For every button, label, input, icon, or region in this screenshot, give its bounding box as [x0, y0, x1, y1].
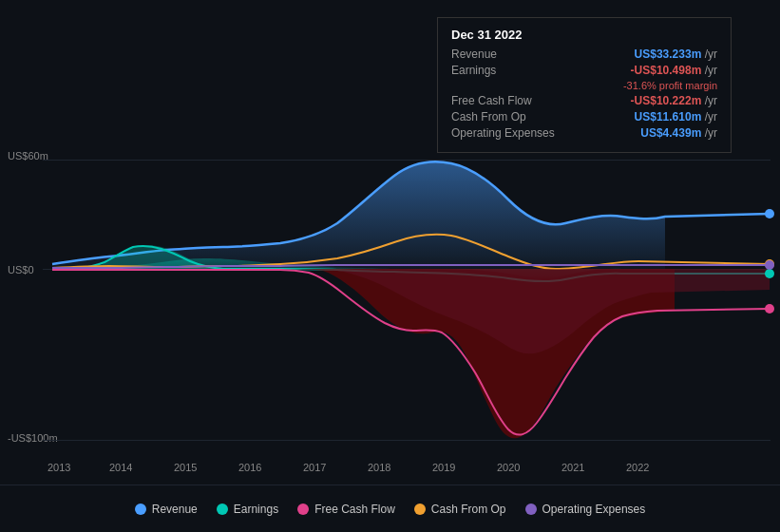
opexp-end-dot	[765, 260, 774, 270]
tooltip-box: Dec 31 2022 Revenue US$33.233m /yr Earni…	[437, 17, 732, 153]
revenue-value: US$33.233m /yr	[635, 48, 717, 61]
legend-earnings[interactable]: Earnings	[217, 503, 278, 516]
legend-fcf[interactable]: Free Cash Flow	[297, 503, 395, 516]
cashfromop-dot	[414, 504, 426, 515]
opexp-label: Operating Expenses	[451, 126, 555, 140]
opexp-value: US$4.439m /yr	[640, 126, 717, 140]
earnings-dot	[217, 504, 228, 515]
legend-revenue[interactable]: Revenue	[135, 503, 198, 516]
cashfromop-label: Cash From Op	[451, 110, 526, 124]
fcf-dot	[297, 504, 309, 515]
earnings-margin: -31.6% profit margin	[623, 80, 717, 91]
tooltip-date: Dec 31 2022	[451, 28, 717, 42]
legend-revenue-label: Revenue	[152, 503, 198, 516]
legend-cashfromop-label: Cash From Op	[431, 503, 506, 516]
revenue-end-dot	[765, 209, 774, 218]
revenue-label: Revenue	[451, 48, 497, 61]
fcf-label: Free Cash Flow	[451, 94, 532, 107]
legend-earnings-label: Earnings	[234, 503, 278, 516]
chart-legend: Revenue Earnings Free Cash Flow Cash Fro…	[0, 484, 780, 532]
earnings-label: Earnings	[451, 64, 496, 77]
legend-opexp-label: Operating Expenses	[542, 503, 646, 516]
legend-cashfromop[interactable]: Cash From Op	[414, 503, 506, 516]
cashfromop-value: US$11.610m /yr	[635, 110, 717, 124]
legend-opexp[interactable]: Operating Expenses	[525, 503, 646, 516]
earnings-value: -US$10.498m /yr	[631, 64, 717, 77]
legend-fcf-label: Free Cash Flow	[314, 503, 395, 516]
earnings-end-dot	[765, 269, 774, 278]
opexp-dot	[525, 504, 537, 515]
revenue-dot	[135, 504, 146, 515]
fcf-value: -US$10.222m /yr	[631, 94, 717, 107]
fcf-end-dot	[765, 304, 774, 314]
